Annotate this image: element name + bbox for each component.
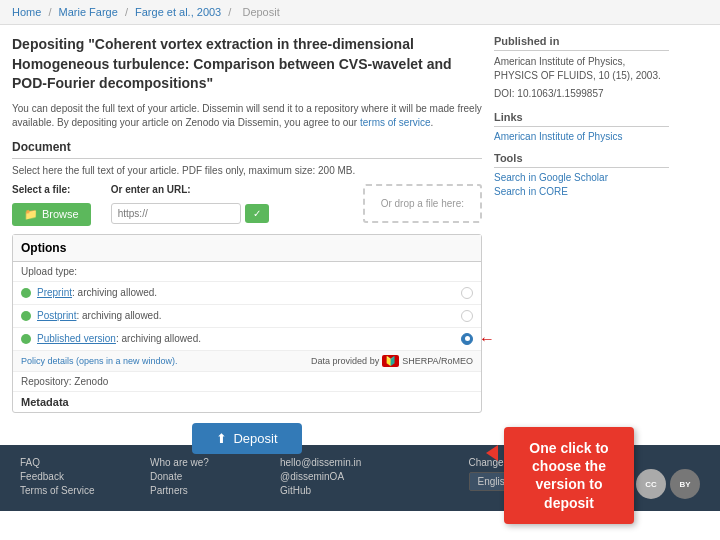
browse-button[interactable]: 📁 Browse <box>12 203 91 226</box>
footer-faq[interactable]: FAQ <box>20 457 120 468</box>
green-dot-preprint <box>21 288 31 298</box>
google-scholar-link[interactable]: Search in Google Scholar <box>494 172 669 183</box>
version-row-preprint[interactable]: Preprint : archiving allowed. <box>13 282 481 305</box>
document-subsection: Select here the full text of your articl… <box>12 165 482 176</box>
sherpa-logo: 🔰 <box>382 355 399 367</box>
left-panel: Depositing "Coherent vortex extraction i… <box>12 35 482 435</box>
published-in-text: American Institute of Physics, PHYSICS O… <box>494 55 669 83</box>
sherpa-badge: Data provided by 🔰 SHERPA/RoMEO <box>311 355 473 367</box>
breadcrumb-farge[interactable]: Farge et al., 2003 <box>135 6 221 18</box>
repository-row: Repository: Zenodo <box>13 372 481 392</box>
select-file-label: Select a file: <box>12 184 91 195</box>
postprint-suffix: : archiving allowed. <box>76 310 161 321</box>
arrow-indicator: ← <box>479 330 495 348</box>
callout-arrow <box>486 445 498 461</box>
footer-feedback[interactable]: Feedback <box>20 471 120 482</box>
policy-link[interactable]: Policy details (opens in a new window). <box>21 356 178 366</box>
deposit-btn-row: ⬆ Deposit <box>12 413 482 460</box>
data-provided-label: Data provided by <box>311 356 379 366</box>
file-col: Select a file: 📁 Browse <box>12 184 91 226</box>
preprint-label[interactable]: Preprint <box>37 287 72 298</box>
breadcrumb-home[interactable]: Home <box>12 6 41 18</box>
footer-col-1: FAQ Feedback Terms of Service <box>20 457 120 499</box>
metadata-row[interactable]: Metadata <box>13 392 481 412</box>
upload-type-row: Upload type: <box>13 262 481 282</box>
url-row: ✓ <box>111 203 269 224</box>
breadcrumb-marie[interactable]: Marie Farge <box>59 6 118 18</box>
preprint-radio[interactable] <box>461 287 473 299</box>
deposit-button[interactable]: ⬆ Deposit <box>192 423 301 454</box>
footer-donate[interactable]: Donate <box>150 471 250 482</box>
green-dot-postprint <box>21 311 31 321</box>
deposit-btn-label: Deposit <box>233 431 277 446</box>
url-input[interactable] <box>111 203 241 224</box>
links-section: Links American Institute of Physics <box>494 111 669 142</box>
right-panel: Published in American Institute of Physi… <box>494 35 669 435</box>
by-icon: BY <box>670 469 700 499</box>
published-in-title: Published in <box>494 35 669 51</box>
url-go-button[interactable]: ✓ <box>245 204 269 223</box>
footer-who[interactable]: Who are we? <box>150 457 250 468</box>
footer-twitter[interactable]: @disseminOA <box>280 471 380 482</box>
callout-box: One click to choose the version to depos… <box>504 427 634 524</box>
upload-icon: ⬆ <box>216 431 227 446</box>
footer-email[interactable]: hello@dissemin.in <box>280 457 380 468</box>
links-title: Links <box>494 111 669 127</box>
green-dot-published <box>21 334 31 344</box>
upload-type-label: Upload type: <box>21 266 77 277</box>
document-section-title: Document <box>12 140 482 159</box>
file-select-row: Select a file: 📁 Browse Or enter an URL:… <box>12 184 482 226</box>
tools-section: Tools Search in Google Scholar Search in… <box>494 152 669 197</box>
browse-label: Browse <box>42 208 79 220</box>
core-link[interactable]: Search in CORE <box>494 186 669 197</box>
postprint-radio[interactable] <box>461 310 473 322</box>
url-label: Or enter an URL: <box>111 184 269 195</box>
version-row-postprint[interactable]: Postprint : archiving allowed. <box>13 305 481 328</box>
footer-partners[interactable]: Partners <box>150 485 250 496</box>
footer-col-3: hello@dissemin.in @disseminOA GitHub <box>280 457 380 499</box>
breadcrumb-current: Deposit <box>242 6 279 18</box>
options-box: Options Upload type: Preprint : archivin… <box>12 234 482 413</box>
footer-col-2: Who are we? Donate Partners <box>150 457 250 499</box>
footer-terms[interactable]: Terms of Service <box>20 485 120 496</box>
page-title: Depositing "Coherent vortex extraction i… <box>12 35 482 94</box>
published-label[interactable]: Published version <box>37 333 116 344</box>
published-suffix: : archiving allowed. <box>116 333 201 344</box>
breadcrumb: Home / Marie Farge / Farge et al., 2003 … <box>0 0 720 25</box>
policy-row: Policy details (opens in a new window). … <box>13 351 481 372</box>
drop-zone[interactable]: Or drop a file here: <box>363 184 482 223</box>
cc-icon: CC <box>636 469 666 499</box>
cc-badge: CC BY <box>636 469 700 499</box>
footer-github[interactable]: GitHub <box>280 485 380 496</box>
options-title: Options <box>13 235 481 262</box>
links-item[interactable]: American Institute of Physics <box>494 131 622 142</box>
url-col: Or enter an URL: ✓ <box>111 184 269 224</box>
version-row-published[interactable]: Published version : archiving allowed. ← <box>13 328 481 351</box>
postprint-label[interactable]: Postprint <box>37 310 76 321</box>
sherpa-label: SHERPA/RoMEO <box>402 356 473 366</box>
deposit-info: You can deposit the full text of your ar… <box>12 102 482 130</box>
tools-title: Tools <box>494 152 669 168</box>
repository-value: Zenodo <box>74 376 108 387</box>
doi: DOI: 10.1063/1.1599857 <box>494 87 669 101</box>
terms-link[interactable]: terms of service <box>360 117 431 128</box>
repository-label: Repository: <box>21 376 72 387</box>
published-in-section: Published in American Institute of Physi… <box>494 35 669 101</box>
folder-icon: 📁 <box>24 208 38 221</box>
published-radio[interactable] <box>461 333 473 345</box>
preprint-suffix: : archiving allowed. <box>72 287 157 298</box>
